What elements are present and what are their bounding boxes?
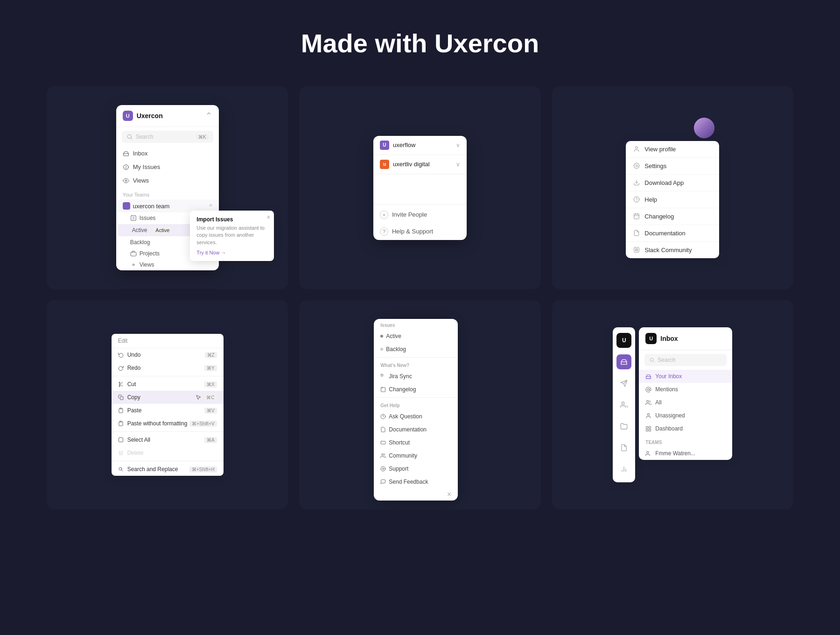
inbox-nav-team-item[interactable]: Fmme Watren... [639,447,732,460]
select-all-shortcut: ⌘A [204,437,217,443]
sm-changelog[interactable]: Changelog [374,383,458,396]
svg-rect-17 [634,214,639,219]
workspace-uxerflow[interactable]: U uxerflow ∨ [373,136,467,155]
inbox-search[interactable]: Search [644,354,727,366]
paste-left: Paste [118,407,142,414]
question-icon [380,414,386,419]
inbox-title: Inbox [660,335,678,342]
menu-copy[interactable]: Copy ⌘C [112,391,224,404]
svg-point-59 [648,413,650,415]
svg-rect-34 [119,438,123,442]
support-icon [380,466,386,472]
delete-label: Delete [127,450,144,456]
sm-shortcut[interactable]: Shortcut [374,436,458,449]
menu-view-profile[interactable]: View profile [626,141,719,158]
workspace-spacer [373,174,467,202]
menu-settings[interactable]: Settings [626,158,719,175]
menu-paste[interactable]: Paste ⌘V [112,404,224,417]
inbox-nav-your-inbox[interactable]: Your Inbox [639,370,732,383]
sm-backlog[interactable]: Backlog [374,343,458,356]
svg-point-11 [133,264,134,266]
inbox-nav-icon-inbox[interactable] [616,354,631,369]
inbox-container: U [613,327,732,482]
sub-issues-icon [130,215,137,221]
your-inbox-icon [645,374,651,380]
svg-rect-43 [381,441,385,444]
sm-support[interactable]: Support [374,462,458,475]
issues-submenu-panel: Issues Active Backlog What's New? Jira S… [374,319,458,501]
sidebar-search[interactable]: Search ⌘K [122,131,213,143]
menu-changelog[interactable]: Changelog [626,208,719,225]
menu-paste-plain[interactable]: Paste without formatting ⌘+Shift+V [112,417,224,430]
workspace-panel: U uxerflow ∨ u uxertliv digital ∨ + Invi… [373,136,467,240]
brand: U Uxercon [123,111,163,121]
inbox-nav-dashboard[interactable]: Dashboard [639,422,732,435]
cut-label: Cut [127,381,136,388]
import-link[interactable]: Try it Now → [196,250,267,255]
all-label: All [655,399,661,406]
menu-help[interactable]: Help [626,191,719,208]
all-icon [645,400,651,406]
inbox-nav-icon-send[interactable] [616,376,631,391]
your-inbox-label: Your Inbox [655,373,682,380]
inbox-icon-sidebar: U [613,327,635,482]
sm-documentation[interactable]: Documentation [374,423,458,436]
inbox-nav-unassigned[interactable]: Unassigned [639,409,732,422]
menu-documentation[interactable]: Documentation [626,225,719,242]
sm-community[interactable]: Community [374,449,458,462]
inbox-nav-icon-file[interactable] [616,440,631,455]
inbox-nav-all[interactable]: All [639,396,732,409]
action-help[interactable]: ? Help & Support [373,223,467,240]
svg-point-46 [382,468,384,470]
tooltip-close[interactable]: × [266,213,270,221]
chart-svg [620,466,628,473]
divider-b [112,431,224,432]
inbox-search-icon [649,357,655,363]
inbox-nav-mentions[interactable]: Mentions [639,383,732,396]
cut-shortcut: ⌘X [204,381,217,388]
menu-select-all[interactable]: Select All ⌘A [112,433,224,446]
search-replace-icon [118,466,124,472]
sidebar-header: U Uxercon ⌃ [116,105,219,127]
inbox-nav-icon-chart[interactable] [616,462,631,477]
sm-ask-question[interactable]: Ask Question [374,410,458,423]
workspace-logo-1: U [380,141,389,150]
menu-undo[interactable]: Undo ⌘Z [112,348,224,361]
workspace-logo-2: u [380,160,389,169]
svg-rect-33 [120,421,122,422]
sm-close-icon[interactable]: × [447,490,451,499]
menu-download-app[interactable]: Download App [626,175,719,191]
nav-inbox[interactable]: Inbox [116,147,219,160]
svg-point-54 [650,358,653,361]
mentions-label: Mentions [655,386,678,393]
inbox-nav-icon-folder[interactable] [616,419,631,434]
svg-point-57 [648,388,650,390]
card-issues-submenu: Issues Active Backlog Pr... Vi... uxerfl… [299,300,540,509]
workspace-uxertliv[interactable]: u uxertliv digital ∨ [373,155,467,174]
import-text: Use our migration assistant to copy issu… [196,225,267,246]
menu-cut[interactable]: Cut ⌘X [112,378,224,391]
card-inbox: U [552,300,793,509]
search-replace-left: Search and Replace [118,466,178,473]
avatar[interactable] [694,118,714,138]
copy-shortcut: ⌘C [204,395,217,401]
sm-active[interactable]: Active [374,330,458,343]
menu-search-replace[interactable]: Search and Replace ⌘+Shift+H [112,463,224,476]
sm-feedback[interactable]: Send Feedback [374,475,458,488]
issues-icon [123,164,129,170]
download-app-label: Download App [644,179,684,186]
nav-views[interactable]: Views [116,174,219,187]
nav-my-issues[interactable]: My Issues [116,160,219,174]
chevron-icon[interactable]: ⌃ [205,111,212,121]
team-member-icon [645,451,651,457]
sm-jira[interactable]: Jira Sync [374,370,458,383]
inbox-nav-icon-people[interactable] [616,397,631,412]
action-invite[interactable]: + Invite People [373,206,467,223]
unassigned-label: Unassigned [655,412,685,419]
menu-slack-community[interactable]: Slack Community [626,242,719,258]
copy-icon [118,395,124,400]
sm-doc-label: Documentation [389,426,427,433]
menu-redo[interactable]: Redo ⌘Y [112,361,224,374]
menu-delete[interactable]: Delete [112,446,224,459]
dashboard-label: Dashboard [655,425,683,432]
